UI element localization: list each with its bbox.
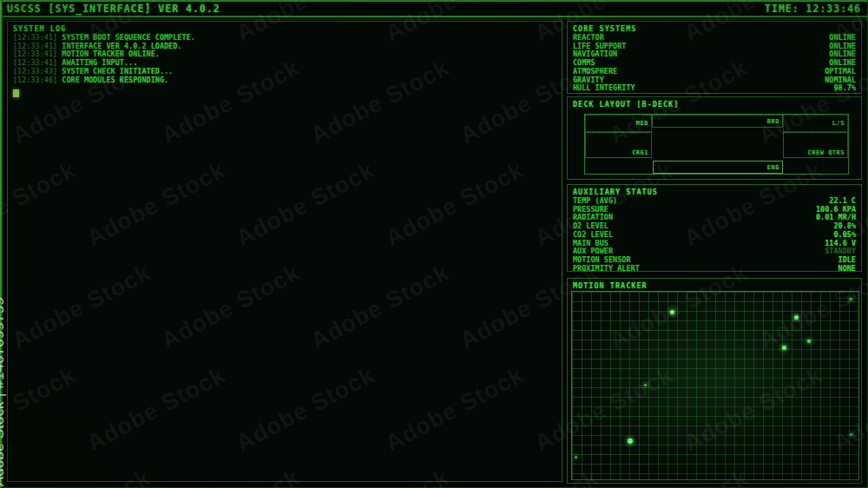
core-systems-panel: CORE SYSTEMS REACTORONLINELIFE SUPPORTON… [567,21,862,94]
system-log-panel: SYSTEM LOG [12:33:41] SYSTEM BOOT SEQUEN… [7,21,562,482]
tracker-blip [575,456,577,458]
log-timestamp: [12:33:41] [13,33,62,42]
log-timestamp: [12:33:41] [13,58,62,67]
deck-room-label: L/S [832,120,845,127]
log-message: MOTION TRACKER ONLINE. [62,49,160,58]
deck-layout-title: DECK LAYOUT [B-DECK] [568,97,861,109]
tracker-blip [782,346,786,350]
log-message: AWAITING INPUT... [62,58,137,67]
tracker-blip [670,310,674,314]
log-timestamp: [12:33:41] [13,49,62,58]
screen-edge-left [0,0,3,488]
deck-room-label: MED [636,120,648,127]
crt-screen: USCSS [SYS_INTERFACE] VER 4.0.2 TIME: 12… [0,0,868,488]
log-message: SYSTEM BOOT SEQUENCE COMPLETE. [62,33,195,42]
deck-room-eng: ENG [653,161,783,174]
status-row: NAVIGATIONONLINE [568,50,861,59]
deck-room-ls: L/S [783,115,848,132]
log-entry: [12:33:46] CORE MODULES RESPONDING. [8,76,562,85]
clock-readout: TIME: 12:33:46 [765,3,861,15]
status-label: PROXIMITY ALERT [573,265,640,274]
status-row: ATMOSPHEREOPTIMAL [568,68,861,76]
top-status-bar: USCSS [SYS_INTERFACE] VER 4.0.2 TIME: 12… [0,2,868,16]
status-row: CO2 LEVEL0.05% [568,231,861,240]
motion-tracker-grid [571,291,859,480]
status-value: 98.7% [833,84,856,93]
tracker-blip [794,315,799,320]
tracker-blip [850,433,852,436]
deck-room-label: CRG1 [632,149,648,156]
system-log-title: SYSTEM LOG [8,22,562,34]
tracker-blip [807,340,811,343]
deck-room-crew-qtrs: CREW QTRS [783,132,848,158]
status-row: HULL INTEGRITY98.7% [568,84,861,93]
header-divider [0,16,868,17]
terminal-cursor[interactable] [13,89,19,97]
motion-tracker-panel: MOTION TRACKER [567,278,862,484]
deck-room-med: MED [585,115,652,132]
deck-layout-panel: DECK LAYOUT [B-DECK] MED BRD L/S CRG1 CR… [567,96,862,180]
deck-room-label: BRD [767,118,779,125]
tracker-blip [850,298,852,300]
log-message: SYSTEM CHECK INITIATED... [62,67,173,76]
core-systems-title: CORE SYSTEMS [568,22,861,34]
tracker-blip [644,384,647,386]
deck-room-crg1: CRG1 [585,132,652,158]
status-value: NONE [838,265,856,274]
deck-map: MED BRD L/S CRG1 CREW QTRS ENG [584,114,849,175]
system-log-entries: [12:33:41] SYSTEM BOOT SEQUENCE COMPLETE… [8,34,562,84]
auxiliary-status-rows: TEMP (AVG)22.1 CPRESSURE100.6 KPARADIATI… [568,197,861,273]
system-title: USCSS [SYS_INTERFACE] VER 4.0.2 [7,3,220,15]
screen-edge-top [0,0,868,2]
log-message: CORE MODULES RESPONDING. [62,76,168,84]
deck-room-brd: BRD [652,115,783,128]
auxiliary-status-title: AUXILIARY STATUS [568,185,861,197]
tracker-blip [628,439,633,444]
status-label: HULL INTEGRITY [573,84,635,93]
auxiliary-status-panel: AUXILIARY STATUS TEMP (AVG)22.1 CPRESSUR… [567,184,862,272]
core-systems-rows: REACTORONLINELIFE SUPPORTONLINENAVIGATIO… [568,34,861,93]
deck-room-label: CREW QTRS [808,149,845,156]
log-timestamp: [12:33:46] [13,76,62,84]
deck-room-label: ENG [767,164,779,171]
log-timestamp: [12:33:43] [13,67,62,76]
status-row: RADIATION0.01 MR/H [568,214,861,222]
motion-tracker-title: MOTION TRACKER [568,279,861,291]
status-row: PROXIMITY ALERTNONE [568,265,861,274]
